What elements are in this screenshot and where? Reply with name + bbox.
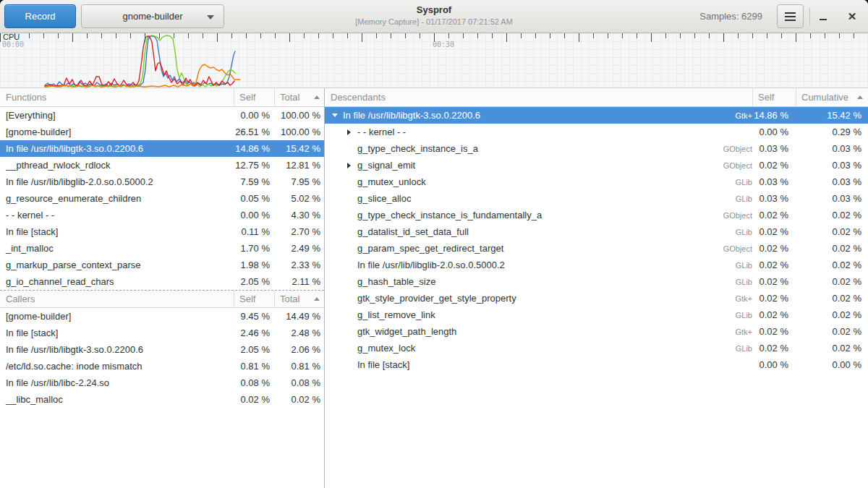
cumulative-column-header[interactable]: Cumulative: [796, 88, 868, 106]
self-value: 0.03 %: [752, 143, 796, 154]
total-value: 15.42 %: [274, 143, 324, 154]
self-value: 12.75 %: [234, 160, 274, 171]
self-column-header[interactable]: Self: [234, 291, 274, 307]
table-row[interactable]: g_type_check_instance_is_a GObject 0.03 …: [325, 140, 868, 157]
descendant-name: gtk_widget_path_length: [357, 326, 684, 337]
table-row[interactable]: g_datalist_id_set_data_full GLib 0.02 % …: [325, 223, 868, 240]
cpu-graph[interactable]: CPU 00:00 00:30: [0, 33, 868, 88]
table-row[interactable]: In file /usr/lib/libc-2.24.so 0.08 % 0.0…: [0, 374, 324, 391]
total-value: 0.08 %: [274, 377, 324, 388]
total-value: 100.00 %: [274, 110, 324, 121]
library-tag: GLib: [684, 311, 752, 320]
table-row[interactable]: - - kernel - - 0.00 % 4.30 %: [0, 207, 324, 223]
self-value: 9.45 %: [234, 311, 274, 322]
table-row[interactable]: g_mutex_lock GLib 0.02 % 0.02 %: [325, 340, 868, 356]
cumulative-value: 0.02 %: [796, 260, 868, 270]
table-row[interactable]: g_param_spec_get_redirect_target GObject…: [325, 240, 868, 257]
table-row[interactable]: _int_malloc 1.70 % 2.49 %: [0, 240, 324, 257]
table-row[interactable]: g_markup_parse_context_parse 1.98 % 2.33…: [0, 257, 324, 273]
table-row[interactable]: __pthread_rwlock_rdlock 12.75 % 12.81 %: [0, 157, 324, 174]
table-row[interactable]: /etc/ld.so.cache: inode mismatch 0.81 % …: [0, 358, 324, 374]
process-selector-label: gnome-builder: [122, 11, 182, 22]
table-row[interactable]: In file /usr/lib/libglib-2.0.so.0.5000.2…: [0, 174, 324, 190]
menu-button[interactable]: [777, 4, 804, 28]
total-value: 2.48 %: [274, 328, 324, 338]
table-row[interactable]: In file /usr/lib/libgtk-3.so.0.2200.6 2.…: [0, 341, 324, 358]
self-value: 0.03 %: [752, 176, 796, 187]
descendants-table: In file /usr/lib/libgtk-3.so.0.2200.6 Gt…: [325, 107, 868, 373]
total-column-header[interactable]: Total: [274, 88, 324, 106]
main-content: Functions Self Total [Everything] 0.00 %…: [0, 88, 868, 488]
table-row[interactable]: [gnome-builder] 26.51 % 100.00 %: [0, 124, 324, 140]
table-row[interactable]: In file /usr/lib/libglib-2.0.so.0.5000.2…: [325, 257, 868, 273]
table-row[interactable]: g_io_channel_read_chars 2.05 % 2.11 %: [0, 273, 324, 290]
functions-column-header[interactable]: Functions: [0, 88, 234, 106]
table-row[interactable]: gtk_style_provider_get_style_property Gt…: [325, 290, 868, 307]
table-row[interactable]: g_type_check_instance_is_fundamentally_a…: [325, 207, 868, 223]
table-row[interactable]: g_signal_emit GObject 0.02 % 0.03 %: [325, 157, 868, 174]
window-subtitle: [Memory Capture] - 01/17/2017 07:21:52 A…: [231, 17, 637, 26]
function-name: - - kernel - -: [0, 210, 234, 221]
window-title: Sysprof: [231, 4, 637, 15]
table-row[interactable]: g_list_remove_link GLib 0.02 % 0.02 %: [325, 307, 868, 323]
function-name: g_resource_enumerate_children: [0, 193, 234, 204]
table-row[interactable]: gtk_widget_path_length Gtk+ 0.02 % 0.02 …: [325, 323, 868, 340]
descendants-column-header[interactable]: Descendants: [325, 88, 752, 106]
library-tag: Gtk+: [684, 294, 752, 303]
total-value: 2.70 %: [274, 226, 324, 237]
self-column-header[interactable]: Self: [234, 88, 274, 106]
close-button[interactable]: ✕: [843, 9, 861, 24]
table-row[interactable]: g_slice_alloc GLib 0.03 % 0.03 %: [325, 190, 868, 207]
library-tag: GLib: [684, 194, 752, 203]
function-name: In file [stack]: [0, 226, 234, 237]
minimize-button[interactable]: [814, 9, 832, 24]
self-value: 0.02 %: [752, 160, 796, 171]
self-value: 1.70 %: [234, 243, 274, 254]
table-row[interactable]: In file [stack] 0.11 % 2.70 %: [0, 223, 324, 240]
self-column-header[interactable]: Self: [752, 88, 796, 106]
headerbar: Record gnome-builder Sysprof [Memory Cap…: [0, 0, 868, 33]
table-row[interactable]: [gnome-builder] 9.45 % 14.49 %: [0, 308, 324, 325]
library-tag: GObject: [684, 244, 752, 253]
self-value: 0.02 %: [752, 276, 796, 287]
expander-icon[interactable]: [344, 129, 354, 135]
callers-column-header[interactable]: Callers: [0, 291, 234, 307]
descendant-name: In file [stack]: [357, 359, 684, 370]
sort-ascending-icon: [314, 95, 320, 99]
self-value: 0.05 %: [234, 193, 274, 204]
table-row[interactable]: g_resource_enumerate_children 0.05 % 5.0…: [0, 190, 324, 207]
total-value: 12.81 %: [274, 160, 324, 171]
table-row[interactable]: __libc_malloc 0.02 % 0.02 %: [0, 391, 324, 408]
library-tag: GLib: [684, 178, 752, 187]
descendant-name: g_signal_emit: [357, 160, 684, 171]
cumulative-value: 0.02 %: [796, 210, 868, 221]
cumulative-value: 0.02 %: [796, 343, 868, 354]
table-row[interactable]: In file /usr/lib/libgtk-3.so.0.2200.6 14…: [0, 140, 324, 157]
table-row[interactable]: - - kernel - - 0.00 % 0.29 %: [325, 124, 868, 140]
function-name: _int_malloc: [0, 243, 234, 254]
table-row[interactable]: g_hash_table_size GLib 0.02 % 0.02 %: [325, 273, 868, 290]
record-button[interactable]: Record: [4, 4, 76, 28]
table-row[interactable]: g_mutex_unlock GLib 0.03 % 0.03 %: [325, 174, 868, 190]
expander-icon[interactable]: [329, 114, 340, 117]
total-value: 7.95 %: [274, 176, 324, 187]
samples-count: Samples: 6299: [699, 11, 762, 22]
minimize-icon: [820, 19, 827, 20]
self-value: 2.46 %: [234, 328, 274, 338]
expander-icon[interactable]: [344, 163, 354, 168]
table-row[interactable]: [Everything] 0.00 % 100.00 %: [0, 107, 324, 124]
self-value: 0.03 %: [752, 193, 796, 204]
total-column-header[interactable]: Total: [274, 291, 324, 307]
process-selector-dropdown[interactable]: gnome-builder: [81, 4, 224, 28]
self-value: 0.00 %: [752, 127, 796, 137]
table-row[interactable]: In file [stack] 0.00 % 0.00 %: [325, 356, 868, 373]
functions-table: [Everything] 0.00 % 100.00 % [gnome-buil…: [0, 107, 324, 290]
total-value: 2.11 %: [274, 276, 324, 287]
table-row[interactable]: In file [stack] 2.46 % 2.48 %: [0, 325, 324, 341]
self-value: 0.11 %: [234, 226, 274, 237]
total-value: 100.00 %: [274, 127, 324, 137]
table-row[interactable]: In file /usr/lib/libgtk-3.so.0.2200.6 Gt…: [325, 107, 868, 124]
descendant-name: gtk_style_provider_get_style_property: [357, 293, 684, 304]
library-tag: GLib: [684, 278, 752, 286]
descendant-name: g_datalist_id_set_data_full: [357, 226, 684, 237]
